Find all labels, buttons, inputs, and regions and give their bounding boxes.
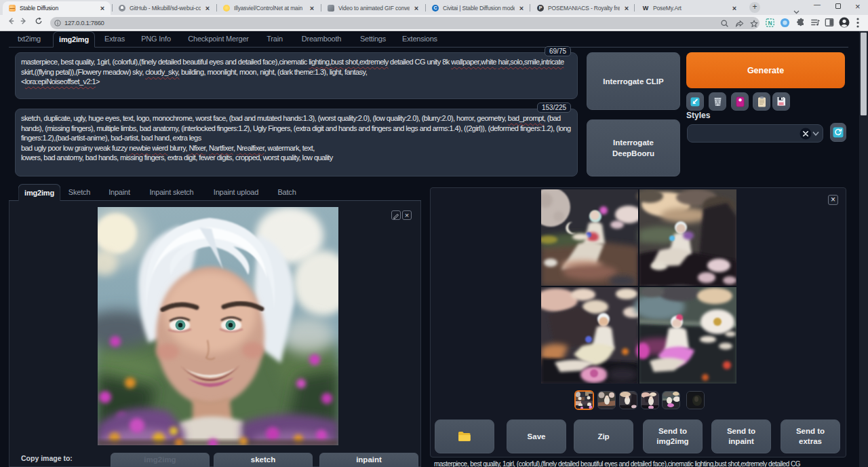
svg-text:N: N: [768, 20, 772, 26]
